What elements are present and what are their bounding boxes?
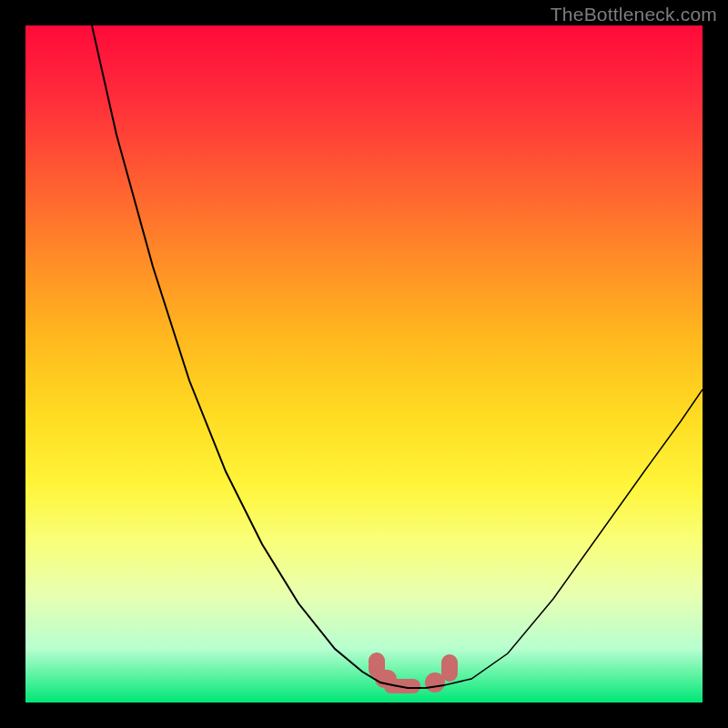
marker-blob [441, 654, 458, 682]
outer-frame: TheBottleneck.com [0, 0, 728, 728]
plot-area [25, 25, 703, 703]
curve-left [92, 25, 393, 685]
attribution-text: TheBottleneck.com [551, 4, 717, 25]
curve-right [444, 389, 703, 685]
chart-overlay [25, 25, 703, 703]
